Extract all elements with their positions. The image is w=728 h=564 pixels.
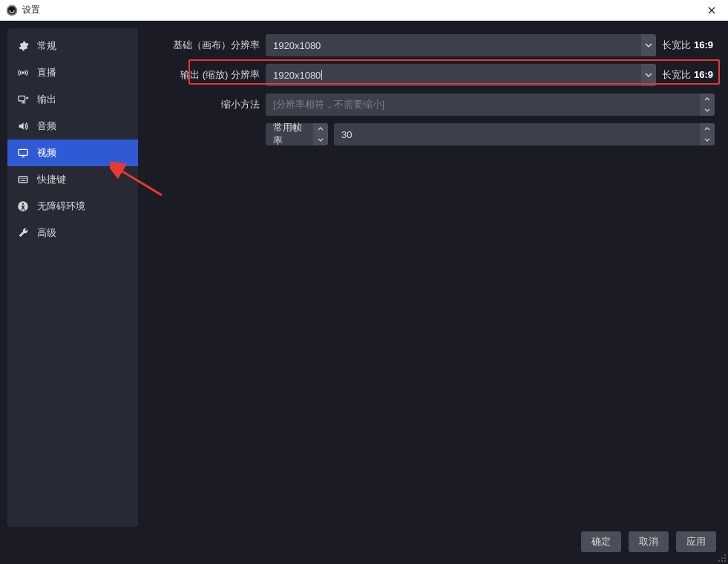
sidebar-item-video[interactable]: 视频 xyxy=(7,140,138,166)
spinner-icon[interactable] xyxy=(700,123,715,145)
ok-button[interactable]: 确定 xyxy=(581,531,621,552)
sidebar-item-label: 视频 xyxy=(37,146,56,160)
downscale-filter-combo[interactable]: [分辨率相符，不需要缩小] xyxy=(266,94,715,116)
label-output-resolution: 输出 (缩放) 分辨率 xyxy=(144,68,260,82)
keyboard-icon xyxy=(16,173,30,186)
sidebar-item-label: 无障碍环境 xyxy=(37,200,85,213)
downscale-filter-value[interactable]: [分辨率相符，不需要缩小] xyxy=(266,94,700,116)
row-base-resolution: 基础（画布）分辨率 1920x1080 长宽比 16:9 xyxy=(144,34,715,56)
text-caret xyxy=(321,70,322,80)
antenna-icon xyxy=(16,66,30,79)
svg-point-2 xyxy=(22,72,24,73)
output-icon xyxy=(16,93,30,106)
cancel-button[interactable]: 取消 xyxy=(629,531,669,552)
footer: 确定 取消 应用 xyxy=(7,527,721,557)
output-resolution-value[interactable]: 1920x1080 xyxy=(266,64,641,86)
tools-icon xyxy=(16,226,30,240)
titlebar: 设置 xyxy=(0,0,728,21)
base-resolution-value[interactable]: 1920x1080 xyxy=(266,34,641,56)
svg-point-9 xyxy=(724,554,726,556)
row-downscale-filter: 缩小方法 [分辨率相符，不需要缩小] xyxy=(144,94,715,116)
chevron-down-icon[interactable] xyxy=(641,64,656,86)
spinner-icon[interactable] xyxy=(313,123,328,145)
video-settings-panel: 基础（画布）分辨率 1920x1080 长宽比 16:9 输出 (缩放) 分辨率 xyxy=(144,28,721,527)
sidebar-item-audio[interactable]: 音频 xyxy=(7,113,138,140)
obs-icon xyxy=(6,4,18,16)
window-title: 设置 xyxy=(22,4,701,16)
label-downscale-filter: 缩小方法 xyxy=(144,98,260,111)
sidebar-item-label: 直播 xyxy=(37,66,56,79)
fps-type-value[interactable]: 常用帧率 xyxy=(266,123,313,145)
svg-rect-5 xyxy=(19,177,27,183)
output-resolution-combo[interactable]: 1920x1080 xyxy=(266,64,656,86)
spinner-icon[interactable] xyxy=(700,94,715,116)
svg-rect-3 xyxy=(19,96,25,101)
sidebar-item-label: 高级 xyxy=(37,226,56,240)
svg-point-14 xyxy=(718,560,720,562)
fps-value[interactable]: 30 xyxy=(334,123,700,145)
sidebar-item-label: 音频 xyxy=(37,119,56,133)
sidebar-item-label: 常规 xyxy=(37,39,56,53)
accessibility-icon xyxy=(16,200,30,213)
sidebar-item-advanced[interactable]: 高级 xyxy=(7,220,138,246)
speaker-icon xyxy=(16,119,30,133)
svg-point-10 xyxy=(724,557,726,559)
sidebar-item-general[interactable]: 常规 xyxy=(7,33,138,59)
output-resolution-aspect: 长宽比 16:9 xyxy=(662,68,715,82)
fps-value-combo[interactable]: 30 xyxy=(334,123,715,145)
sidebar-item-label: 输出 xyxy=(37,93,56,106)
svg-point-11 xyxy=(721,557,723,559)
row-fps: 常用帧率 30 xyxy=(144,123,715,145)
svg-point-7 xyxy=(22,203,24,204)
chevron-down-icon[interactable] xyxy=(641,34,656,56)
close-button[interactable] xyxy=(701,0,722,20)
sidebar-item-output[interactable]: 输出 xyxy=(7,86,138,113)
sidebar-item-stream[interactable]: 直播 xyxy=(7,59,138,86)
main-panel: 常规 直播 输出 音频 xyxy=(0,21,728,564)
apply-button[interactable]: 应用 xyxy=(676,531,716,552)
monitor-icon xyxy=(16,146,30,160)
svg-point-12 xyxy=(724,560,726,562)
sidebar-item-label: 快捷键 xyxy=(37,173,66,186)
base-resolution-combo[interactable]: 1920x1080 xyxy=(266,34,656,56)
row-output-resolution: 输出 (缩放) 分辨率 1920x1080 长宽比 16:9 xyxy=(144,64,715,86)
svg-rect-4 xyxy=(19,149,27,155)
base-resolution-aspect: 长宽比 16:9 xyxy=(662,39,715,52)
label-base-resolution: 基础（画布）分辨率 xyxy=(144,39,260,52)
sidebar: 常规 直播 输出 音频 xyxy=(7,28,138,527)
fps-type-combo[interactable]: 常用帧率 xyxy=(266,123,328,145)
sidebar-item-accessibility[interactable]: 无障碍环境 xyxy=(7,193,138,220)
svg-point-13 xyxy=(721,560,723,562)
resize-grip-icon[interactable] xyxy=(718,554,727,563)
gear-icon xyxy=(16,39,30,53)
sidebar-item-hotkeys[interactable]: 快捷键 xyxy=(7,166,138,193)
